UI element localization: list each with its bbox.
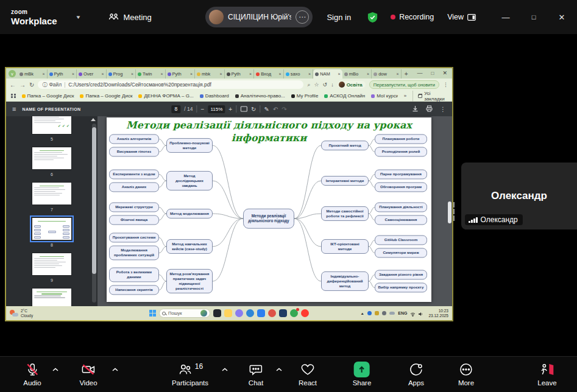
forward-icon[interactable]: → (19, 82, 26, 88)
copilot-taskbar-icon[interactable] (235, 309, 243, 317)
browser-minimize-button[interactable]: — (417, 70, 423, 76)
share-button[interactable]: Share (353, 361, 372, 387)
react-button[interactable]: React (299, 361, 317, 387)
taskbar-clock[interactable]: 10:23 23.12.2025 (428, 309, 448, 318)
tab-close-icon[interactable]: × (308, 72, 311, 76)
browser-tab[interactable]: mbk× (195, 69, 225, 79)
tab-close-icon[interactable]: × (190, 72, 193, 76)
tab-close-icon[interactable]: × (220, 72, 222, 76)
chat-button[interactable]: Chat (249, 361, 263, 387)
bookmark-item[interactable]: Мої курси | ЦОДТ (371, 93, 398, 99)
page-number-input[interactable]: 8 (171, 105, 180, 113)
tab-close-icon[interactable]: × (249, 72, 252, 76)
wifi-icon[interactable] (410, 308, 416, 319)
sidebar-scrollbar[interactable] (92, 124, 96, 303)
panel-drag-handle[interactable] (453, 202, 455, 221)
bookmarks-overflow-icon[interactable]: » (404, 93, 406, 99)
tab-close-icon[interactable]: × (101, 72, 104, 76)
zoom-out-icon[interactable]: − (201, 106, 205, 113)
pdf-download-icon[interactable] (412, 103, 419, 114)
bookmark-item[interactable]: Dashboard (200, 93, 229, 99)
tab-meeting[interactable]: Meeting (108, 13, 152, 22)
browser-tab[interactable]: dow× (372, 69, 402, 79)
tab-search-chevron-icon[interactable]: v (9, 70, 16, 77)
reload-icon[interactable]: ↻ (29, 82, 34, 88)
tab-close-icon[interactable]: × (72, 72, 74, 76)
chat-chevron-icon[interactable] (276, 368, 282, 372)
security-tray-icon[interactable] (375, 311, 379, 315)
volume-icon[interactable] (419, 308, 423, 319)
recording-indicator[interactable]: Recording (391, 13, 434, 21)
back-icon[interactable]: ← (10, 82, 16, 88)
pdf-scrollbar-thumb[interactable] (448, 201, 451, 223)
browser-tab[interactable]: Pyth× (48, 69, 77, 79)
all-bookmarks-button[interactable]: Усі закладки (412, 91, 447, 102)
sign-in-button[interactable]: Sign in (327, 13, 351, 22)
history-sync-icon[interactable]: ↺ (323, 82, 328, 88)
audio-button[interactable]: Audio (23, 361, 41, 387)
browser-tab[interactable]: mBo× (342, 69, 372, 79)
pdf-kebab-icon[interactable]: ⋮ (440, 106, 446, 113)
browser-tab[interactable]: mBk× (18, 69, 48, 79)
participant-video-tile[interactable]: Олександр Олександр (461, 163, 577, 229)
chevron-down-icon[interactable]: ▼ (76, 15, 82, 20)
tab-close-icon[interactable]: × (397, 72, 399, 76)
leave-button[interactable]: Leave (537, 361, 556, 387)
pdf-thumbnail[interactable]: 7 (32, 182, 72, 212)
new-tab-button[interactable]: + (402, 71, 411, 77)
browser-tab[interactable]: Over× (77, 69, 107, 79)
browser-tab[interactable]: saxo× (284, 69, 314, 79)
bookmark-item[interactable]: Папка – Google Диск (80, 93, 132, 99)
relaunch-to-update-button[interactable]: Перезапустити, щоб оновити (369, 80, 439, 89)
participants-button[interactable]: 16 Participants (172, 361, 208, 387)
browser-close-button[interactable]: ✕ (442, 70, 447, 76)
tab-close-icon[interactable]: × (42, 72, 44, 76)
pdf-thumbnail[interactable] (32, 288, 72, 306)
apps-grid-icon[interactable] (11, 94, 16, 99)
tab-close-icon[interactable]: × (338, 72, 341, 76)
tab-close-icon[interactable]: × (131, 72, 133, 76)
edge-taskbar-icon[interactable] (246, 309, 254, 317)
zoom-level-value[interactable]: 115% (208, 105, 225, 113)
pdf-thumbnail[interactable]: 6 (32, 147, 72, 177)
browser-maximize-button[interactable]: □ (431, 71, 434, 76)
security-shield-icon[interactable] (367, 12, 378, 23)
browser-menu-kebab-icon[interactable]: ⋮ (443, 82, 448, 88)
taskbar-weather-widget[interactable]: 2°C Cloudy (10, 309, 33, 317)
widget-app-taskbar-icon[interactable] (213, 309, 221, 317)
rotate-icon[interactable]: ↻ (251, 106, 256, 113)
apps-button[interactable]: Apps (408, 361, 424, 387)
taskbar-search-box[interactable]: Пошук (159, 309, 210, 318)
tab-close-icon[interactable]: × (367, 72, 369, 76)
maximize-button[interactable]: □ (520, 13, 548, 21)
onedrive-cloud-icon[interactable] (389, 312, 395, 315)
video-chevron-icon[interactable] (112, 368, 118, 372)
bookmark-item[interactable]: ДЕННА ФОРМА – G... (138, 93, 193, 99)
pdf-thumbnail[interactable]: ✔✔✔5 (32, 116, 72, 141)
chrome-taskbar-icon[interactable] (268, 309, 276, 317)
bluetooth-icon[interactable] (367, 311, 372, 315)
fit-page-icon[interactable] (240, 103, 247, 114)
pdf-menu-icon[interactable]: ≡ (12, 105, 16, 113)
tray-chevron-icon[interactable]: ▲ (360, 312, 364, 315)
pdf-thumbnail[interactable]: 9 (32, 253, 72, 282)
undo-icon[interactable]: ↶ (273, 106, 278, 113)
opera-taskbar-icon[interactable] (301, 309, 309, 317)
tab-close-icon[interactable]: × (160, 72, 163, 76)
bookmark-item[interactable]: Папка – Google Диск (22, 93, 74, 99)
browser-tab[interactable]: Pyth× (225, 69, 255, 79)
redo-icon[interactable]: ↷ (281, 106, 286, 113)
bookmark-item[interactable]: АСКОД Онлайн (324, 93, 365, 99)
zoom-page-icon[interactable]: ⌕ (307, 82, 310, 88)
browser-tab[interactable]: Pyth× (166, 69, 196, 79)
browser-tab[interactable]: Prog× (107, 69, 136, 79)
scroll-up-icon[interactable] (91, 118, 96, 121)
download-icon[interactable]: ↓ (331, 82, 334, 88)
close-button[interactable]: ✕ (548, 13, 576, 22)
bookmark-item[interactable]: My Profile (291, 93, 319, 99)
file-explorer-taskbar-icon[interactable] (224, 309, 232, 317)
language-indicator[interactable]: ENG (398, 311, 407, 315)
bookmark-item[interactable]: Аналітично-право... (235, 93, 285, 99)
print-icon[interactable] (426, 103, 433, 114)
zoom-in-icon[interactable]: + (228, 106, 232, 113)
